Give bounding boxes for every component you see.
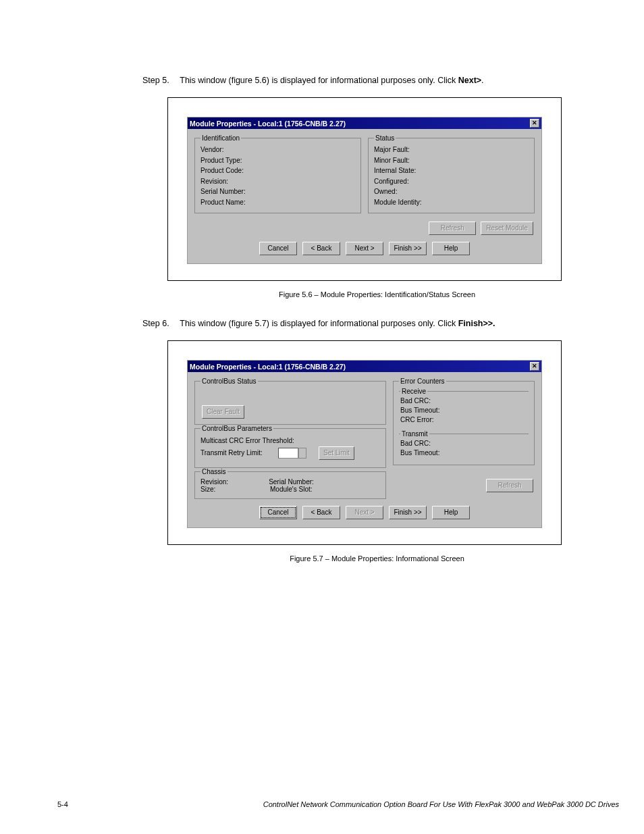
product-name-label: Product Name: <box>200 197 355 208</box>
doc-title: ControlNet Network Communication Option … <box>263 800 619 808</box>
figure-5-7-caption: Figure 5.7 – Module Properties: Informat… <box>167 554 587 563</box>
step5-text: Step 5. This window (figure 5.6) is disp… <box>57 76 587 85</box>
set-limit-button[interactable]: Set Limit <box>319 446 354 460</box>
chassis-serial-label: Serial Number: <box>269 478 314 486</box>
chassis-slot-label: Module's Slot: <box>270 486 313 493</box>
chassis-legend: Chassis <box>200 468 227 475</box>
close-icon[interactable]: ✕ <box>530 119 539 128</box>
transmit-group: Transmit Bad CRC: Bus Timeout: <box>399 430 529 462</box>
mcrc-label: Multicast CRC Error Threshold: <box>200 437 294 444</box>
status-group: Status Major Fault: Minor Fault: Interna… <box>368 134 535 213</box>
rx-crc-error-label: CRC Error: <box>400 415 527 425</box>
error-counters-legend: Error Counters <box>399 377 446 385</box>
controlbus-status-legend: ControlBus Status <box>200 377 258 385</box>
retry-limit-spinner[interactable] <box>298 448 306 459</box>
major-fault-label: Major Fault: <box>374 145 529 155</box>
refresh-button[interactable]: Refresh <box>486 479 533 492</box>
controlbus-parameters-legend: ControlBus Parameters <box>200 425 273 432</box>
back-button[interactable]: < Back <box>302 506 340 519</box>
clear-fault-button[interactable]: Clear Fault <box>202 405 244 419</box>
refresh-row: Refresh <box>393 479 535 492</box>
retry-limit-input[interactable] <box>278 448 298 459</box>
window-title: Module Properties - Local:1 (1756-CNB/B … <box>190 363 346 371</box>
figure-5-6-frame: Module Properties - Local:1 (1756-CNB/B … <box>167 97 562 281</box>
rx-bus-timeout-label: Bus Timeout: <box>400 406 527 415</box>
identification-group: Identification Vendor: Product Type: Pro… <box>194 134 361 213</box>
refresh-reset-row: Refresh Reset Module <box>194 221 535 235</box>
help-button[interactable]: Help <box>432 506 470 519</box>
refresh-button[interactable]: Refresh <box>429 221 476 235</box>
minor-fault-label: Minor Fault: <box>374 155 529 166</box>
window-title: Module Properties - Local:1 (1756-CNB/B … <box>190 120 346 128</box>
receive-legend: Receive <box>400 388 427 395</box>
chassis-size-label: Size: <box>200 486 230 493</box>
status-legend: Status <box>374 134 396 142</box>
wizard-button-row: Cancel < Back Next > Finish >> Help <box>194 235 535 257</box>
titlebar: Module Properties - Local:1 (1756-CNB/B … <box>188 361 541 372</box>
controlbus-status-group: ControlBus Status Clear Fault <box>194 377 386 425</box>
figure-5-7-frame: Module Properties - Local:1 (1756-CNB/B … <box>167 340 562 545</box>
owned-label: Owned: <box>374 186 529 197</box>
titlebar: Module Properties - Local:1 (1756-CNB/B … <box>188 118 541 129</box>
internal-state-label: Internal State: <box>374 165 529 176</box>
serial-number-label: Serial Number: <box>200 186 355 197</box>
error-counters-group: Error Counters Receive Bad CRC: Bus Time… <box>393 377 535 465</box>
figure-5-6-caption: Figure 5.6 – Module Properties: Identifi… <box>167 290 587 298</box>
next-button[interactable]: Next > <box>346 242 383 255</box>
finish-button[interactable]: Finish >> <box>389 242 427 255</box>
rx-bad-crc-label: Bad CRC: <box>400 396 527 406</box>
dialog-module-properties-1: Module Properties - Local:1 (1756-CNB/B … <box>187 117 542 264</box>
back-button[interactable]: < Back <box>302 242 340 255</box>
configured-label: Configured: <box>374 176 529 187</box>
vendor-label: Vendor: <box>200 145 355 155</box>
page-number: 5-4 <box>57 800 68 808</box>
step6-text: Step 6. This window (figure 5.7) is disp… <box>57 319 587 328</box>
identification-legend: Identification <box>200 134 241 142</box>
chassis-revision-label: Revision: <box>200 478 228 486</box>
cancel-button[interactable]: Cancel <box>259 242 297 255</box>
controlbus-parameters-group: ControlBus Parameters Multicast CRC Erro… <box>194 425 386 468</box>
receive-group: Receive Bad CRC: Bus Timeout: CRC Error: <box>399 388 529 429</box>
next-button[interactable]: Next > <box>346 506 383 519</box>
product-type-label: Product Type: <box>200 155 355 166</box>
wizard-button-row: Cancel < Back Next > Finish >> Help <box>194 499 535 521</box>
help-button[interactable]: Help <box>432 242 470 255</box>
module-identity-label: Module Identity: <box>374 197 529 208</box>
close-icon[interactable]: ✕ <box>530 362 539 371</box>
revision-label: Revision: <box>200 176 355 187</box>
tx-bad-crc-label: Bad CRC: <box>400 439 527 448</box>
product-code-label: Product Code: <box>200 165 355 176</box>
chassis-group: Chassis Revision: Serial Number: Size: M… <box>194 468 386 499</box>
retry-limit-label: Transmit Retry Limit: <box>200 449 263 457</box>
transmit-legend: Transmit <box>400 430 429 438</box>
finish-button[interactable]: Finish >> <box>389 506 427 519</box>
page-footer: 5-4 ControlNet Network Communication Opt… <box>57 800 619 808</box>
reset-module-button[interactable]: Reset Module <box>481 221 533 235</box>
cancel-button[interactable]: Cancel <box>259 506 297 519</box>
tx-bus-timeout-label: Bus Timeout: <box>400 448 527 458</box>
dialog-module-properties-2: Module Properties - Local:1 (1756-CNB/B … <box>187 360 542 528</box>
